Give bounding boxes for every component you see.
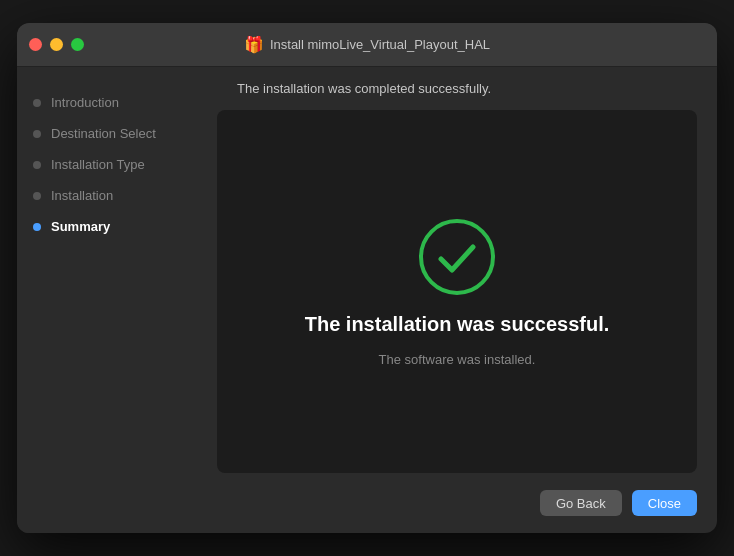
sidebar-item-destination[interactable]: Destination Select bbox=[17, 118, 217, 149]
status-bar: The installation was completed successfu… bbox=[217, 67, 717, 110]
sidebar-label-installation-type: Installation Type bbox=[51, 157, 145, 172]
success-panel: The installation was successful. The sof… bbox=[217, 110, 697, 473]
dot-installation bbox=[33, 192, 41, 200]
window-title: 🎁 Install mimoLive_Virtual_Playout_HAL bbox=[244, 35, 490, 54]
main-content: The installation was completed successfu… bbox=[217, 67, 717, 533]
close-button[interactable]: Close bbox=[632, 490, 697, 516]
minimize-button[interactable] bbox=[50, 38, 63, 51]
success-subtitle: The software was installed. bbox=[379, 352, 536, 367]
title-icon: 🎁 bbox=[244, 35, 264, 54]
sidebar-item-installation-type[interactable]: Installation Type bbox=[17, 149, 217, 180]
titlebar: 🎁 Install mimoLive_Virtual_Playout_HAL bbox=[17, 23, 717, 67]
sidebar-item-summary[interactable]: Summary bbox=[17, 211, 217, 242]
dot-installation-type bbox=[33, 161, 41, 169]
sidebar: Introduction Destination Select Installa… bbox=[17, 67, 217, 533]
sidebar-label-introduction: Introduction bbox=[51, 95, 119, 110]
installer-window: 🎁 Install mimoLive_Virtual_Playout_HAL I… bbox=[17, 23, 717, 533]
close-button[interactable] bbox=[29, 38, 42, 51]
sidebar-item-introduction[interactable]: Introduction bbox=[17, 87, 217, 118]
dot-introduction bbox=[33, 99, 41, 107]
dot-destination bbox=[33, 130, 41, 138]
footer: Go Back Close bbox=[217, 473, 717, 533]
sidebar-label-summary: Summary bbox=[51, 219, 110, 234]
success-icon bbox=[417, 217, 497, 297]
title-label: Install mimoLive_Virtual_Playout_HAL bbox=[270, 37, 490, 52]
status-text: The installation was completed successfu… bbox=[237, 81, 491, 96]
dot-summary bbox=[33, 223, 41, 231]
traffic-lights bbox=[29, 38, 84, 51]
sidebar-item-installation[interactable]: Installation bbox=[17, 180, 217, 211]
sidebar-label-installation: Installation bbox=[51, 188, 113, 203]
zoom-button[interactable] bbox=[71, 38, 84, 51]
svg-point-0 bbox=[421, 221, 493, 293]
sidebar-label-destination: Destination Select bbox=[51, 126, 156, 141]
success-title: The installation was successful. bbox=[305, 313, 610, 336]
go-back-button[interactable]: Go Back bbox=[540, 490, 622, 516]
content-area: Introduction Destination Select Installa… bbox=[17, 67, 717, 533]
